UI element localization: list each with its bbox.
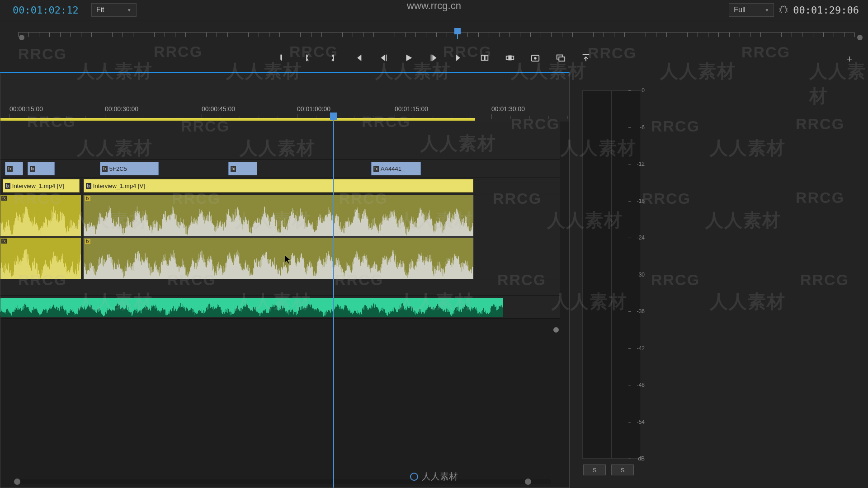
- svg-rect-3: [508, 55, 511, 60]
- audio-track-a2[interactable]: fxfx: [0, 237, 560, 280]
- empty-track: [0, 122, 560, 160]
- program-timecode[interactable]: 00:01:29:06: [793, 5, 859, 16]
- preview-ticks: [18, 32, 854, 40]
- video-track-v2[interactable]: fxfxfx5F2C5fxfxAA4441_: [0, 160, 560, 178]
- comparison-icon[interactable]: [555, 53, 566, 65]
- step-back-icon[interactable]: [378, 53, 389, 65]
- music-clip[interactable]: [0, 298, 503, 317]
- export-frame-icon[interactable]: [530, 53, 541, 65]
- preview-playhead[interactable]: [454, 28, 461, 39]
- timeline-ruler[interactable]: 00:00:15:0000:00:30:0000:00:45:0000:01:0…: [0, 73, 569, 122]
- zoom-handle-left[interactable]: [14, 479, 20, 485]
- export-icon[interactable]: [580, 53, 591, 65]
- in-out-range: [0, 118, 475, 121]
- mark-in-icon[interactable]: [277, 53, 288, 65]
- tracks-area: fxfxfx5F2C5fxfxAA4441_ fxInterview_1.mp4…: [0, 122, 560, 474]
- clip-label: Interview_1.mp4 [V]: [12, 183, 64, 189]
- fx-badge: fx: [102, 166, 108, 172]
- playhead[interactable]: [333, 120, 334, 488]
- fx-badge: fx: [5, 183, 10, 189]
- zoom-dropdown[interactable]: Fit ▼: [91, 3, 137, 17]
- fx-badge: fx: [30, 166, 35, 172]
- mark-close-icon[interactable]: [327, 53, 338, 65]
- go-to-in-icon[interactable]: [353, 53, 363, 65]
- chevron-down-icon: ▼: [764, 8, 769, 13]
- overwrite-icon[interactable]: [505, 53, 515, 65]
- fx-badge: fx: [373, 166, 379, 172]
- transport-toolbar: ＋: [0, 45, 868, 72]
- audio-clip[interactable]: fx: [0, 195, 81, 236]
- source-timecode[interactable]: 00:01:02:12: [9, 3, 82, 18]
- chevron-down-icon: ▼: [127, 8, 132, 13]
- fx-badge: fx: [1, 239, 7, 244]
- audio-clip[interactable]: fx: [84, 195, 473, 236]
- brand-footer: 人人素材: [410, 470, 458, 483]
- preview-ruler[interactable]: [0, 20, 868, 45]
- audio-clip[interactable]: fx: [84, 238, 473, 279]
- video-clip[interactable]: fxInterview_1.mp4 [V]: [84, 179, 473, 192]
- clip-label: AA4441_: [381, 165, 405, 172]
- brand-logo-icon: [410, 473, 418, 481]
- video-clip[interactable]: fxInterview_1.mp4 [V]: [3, 179, 80, 192]
- fx-badge: fx: [85, 239, 90, 244]
- timeline-panel: 00:00:15:0000:00:30:0000:00:45:0000:01:0…: [0, 72, 570, 488]
- music-track[interactable]: [0, 296, 560, 319]
- insert-icon[interactable]: [479, 53, 490, 65]
- mouse-cursor: [285, 255, 291, 264]
- mark-open-icon[interactable]: [302, 53, 313, 65]
- go-to-out-icon[interactable]: [454, 53, 465, 65]
- empty-track: [0, 280, 560, 296]
- watermark-url: www.rrcg.cn: [407, 0, 461, 12]
- step-forward-icon[interactable]: [429, 53, 439, 65]
- fx-badge: fx: [1, 196, 7, 201]
- svg-rect-1: [485, 55, 488, 60]
- out-point-handle[interactable]: [857, 35, 863, 40]
- audio-track-a1[interactable]: fxfx: [0, 194, 560, 237]
- settings-icon[interactable]: [779, 5, 788, 15]
- svg-rect-7: [559, 57, 565, 61]
- solo-left-button[interactable]: S: [583, 465, 606, 475]
- fx-badge: fx: [7, 166, 13, 172]
- svg-rect-0: [481, 55, 484, 60]
- solo-right-button[interactable]: S: [611, 465, 634, 475]
- video-clip[interactable]: fx: [28, 162, 55, 175]
- button-editor-icon[interactable]: ＋: [844, 52, 854, 66]
- play-icon[interactable]: [403, 53, 414, 65]
- fx-badge: fx: [231, 166, 236, 172]
- fx-badge: fx: [85, 196, 90, 201]
- clip-label: 5F2C5: [109, 165, 127, 172]
- timeline-zoom-scrollbar[interactable]: [14, 479, 551, 484]
- fx-badge: fx: [86, 183, 91, 189]
- audio-clip[interactable]: fx: [0, 238, 81, 279]
- audio-meter-panel: 0-6-12-18-24-30-36-42-48-54dB S S: [578, 72, 650, 488]
- video-track-v1[interactable]: fxInterview_1.mp4 [V]fxInterview_1.mp4 […: [0, 178, 560, 194]
- resolution-dropdown[interactable]: Full ▼: [729, 3, 774, 17]
- audio-meters[interactable]: [582, 90, 641, 459]
- svg-point-5: [534, 57, 537, 60]
- resolution-value: Full: [734, 6, 745, 14]
- video-clip[interactable]: fx5F2C5: [100, 162, 159, 175]
- zoom-handle-right[interactable]: [525, 479, 531, 485]
- zoom-value: Fit: [96, 6, 104, 14]
- video-clip[interactable]: fxAA4441_: [371, 162, 421, 175]
- video-clip[interactable]: fx: [5, 162, 23, 175]
- playhead-head[interactable]: [330, 113, 337, 120]
- track-scroll-handle[interactable]: [553, 327, 559, 333]
- clip-label: Interview_1.mp4 [V]: [93, 183, 145, 189]
- video-clip[interactable]: fx: [228, 162, 257, 175]
- brand-text: 人人素材: [422, 470, 458, 483]
